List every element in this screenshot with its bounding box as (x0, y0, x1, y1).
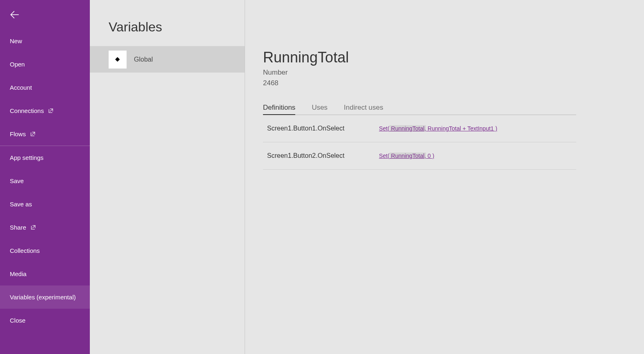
variable-name: RunningTotal (263, 49, 644, 66)
svg-line-3 (33, 226, 36, 228)
definition-formula-link[interactable]: Set( RunningTotal, 0 ) (379, 153, 434, 159)
detail-tabs: DefinitionsUsesIndirect uses (263, 104, 576, 115)
formula-post: RunningTotal + TextInput1 ) (426, 125, 497, 132)
nav-item-label: App settings (10, 154, 44, 161)
nav-item-label: Close (10, 317, 25, 324)
nav-item-flows[interactable]: Flows (0, 122, 90, 146)
nav-item-new[interactable]: New (0, 29, 90, 53)
nav-item-label: Account (10, 84, 32, 91)
svg-line-1 (50, 109, 53, 112)
definition-formula-link[interactable]: Set( RunningTotal, RunningTotal + TextIn… (379, 125, 497, 132)
scope-list: Global (90, 46, 245, 73)
variables-column: Variables Global (90, 0, 245, 354)
nav-item-label: Flows (10, 131, 26, 137)
nav-item-label: Save as (10, 201, 32, 208)
formula-highlight: RunningTotal, (390, 153, 426, 159)
external-link-icon (30, 131, 35, 137)
nav-item-collections[interactable]: Collections (0, 239, 90, 262)
nav-item-share[interactable]: Share (0, 216, 90, 239)
back-button[interactable] (0, 0, 90, 29)
formula-post: 0 ) (426, 153, 434, 159)
tab-indirect-uses[interactable]: Indirect uses (344, 104, 383, 115)
nav-item-label: Media (10, 270, 27, 277)
nav-item-save[interactable]: Save (0, 169, 90, 192)
external-link-icon (48, 108, 53, 113)
nav-item-account[interactable]: Account (0, 76, 90, 99)
column-title: Variables (90, 0, 245, 46)
external-link-icon (30, 225, 36, 230)
definition-row: Screen1.Button2.OnSelectSet( RunningTota… (263, 142, 576, 170)
tab-definitions[interactable]: Definitions (263, 104, 295, 115)
nav-item-label: Save (10, 177, 24, 184)
nav-item-label: Share (10, 224, 26, 231)
nav-item-label: New (10, 38, 22, 44)
file-menu-sidebar: NewOpenAccountConnectionsFlowsApp settin… (0, 0, 90, 354)
scope-item-label: Global (134, 56, 153, 63)
nav-list: NewOpenAccountConnectionsFlowsApp settin… (0, 29, 90, 332)
nav-item-connections[interactable]: Connections (0, 99, 90, 122)
definition-path: Screen1.Button1.OnSelect (267, 125, 375, 132)
nav-item-label: Connections (10, 107, 44, 114)
nav-item-label: Collections (10, 247, 40, 254)
formula-pre: Set( (379, 153, 390, 159)
definitions-table: Screen1.Button1.OnSelectSet( RunningTota… (263, 115, 576, 170)
global-scope-icon (109, 51, 127, 69)
nav-item-close[interactable]: Close (0, 309, 90, 332)
nav-item-open[interactable]: Open (0, 53, 90, 76)
svg-line-2 (32, 132, 35, 135)
back-arrow-icon (9, 9, 20, 20)
definition-path: Screen1.Button2.OnSelect (267, 152, 375, 159)
variable-value: 2468 (263, 79, 644, 87)
variable-type: Number (263, 69, 644, 77)
nav-item-media[interactable]: Media (0, 262, 90, 285)
nav-item-variables-experimental-[interactable]: Variables (experimental) (0, 285, 90, 309)
scope-item-global[interactable]: Global (90, 46, 245, 73)
formula-pre: Set( (379, 125, 390, 132)
nav-item-label: Open (10, 61, 25, 68)
nav-item-save-as[interactable]: Save as (0, 192, 90, 216)
formula-highlight: RunningTotal, (390, 125, 426, 132)
nav-item-app-settings[interactable]: App settings (0, 146, 90, 169)
nav-item-label: Variables (experimental) (10, 294, 76, 301)
tab-uses[interactable]: Uses (312, 104, 328, 115)
variable-detail-pane: RunningTotal Number 2468 DefinitionsUses… (245, 0, 644, 354)
definition-row: Screen1.Button1.OnSelectSet( RunningTota… (263, 115, 576, 142)
